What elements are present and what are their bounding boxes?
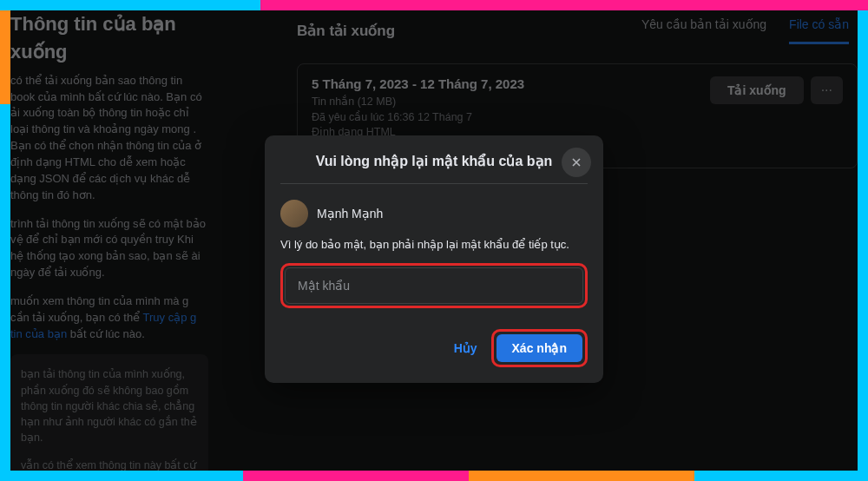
confirm-highlight: Xác nhận — [491, 329, 588, 367]
modal-message: Vì lý do bảo mật, bạn phải nhập lại mật … — [280, 238, 588, 251]
confirm-button[interactable]: Xác nhận — [496, 334, 582, 362]
cancel-button[interactable]: Hủy — [454, 341, 477, 355]
password-input[interactable] — [285, 267, 583, 304]
modal-title: Vui lòng nhập lại mật khẩu của bạn — [280, 149, 588, 184]
password-modal: Vui lòng nhập lại mật khẩu của bạn Mạnh … — [265, 135, 603, 383]
modal-close-button[interactable] — [562, 148, 591, 177]
avatar — [280, 200, 308, 227]
close-icon — [569, 155, 583, 169]
user-name: Mạnh Mạnh — [317, 207, 383, 221]
user-row: Mạnh Mạnh — [280, 200, 588, 227]
password-highlight — [280, 263, 588, 308]
